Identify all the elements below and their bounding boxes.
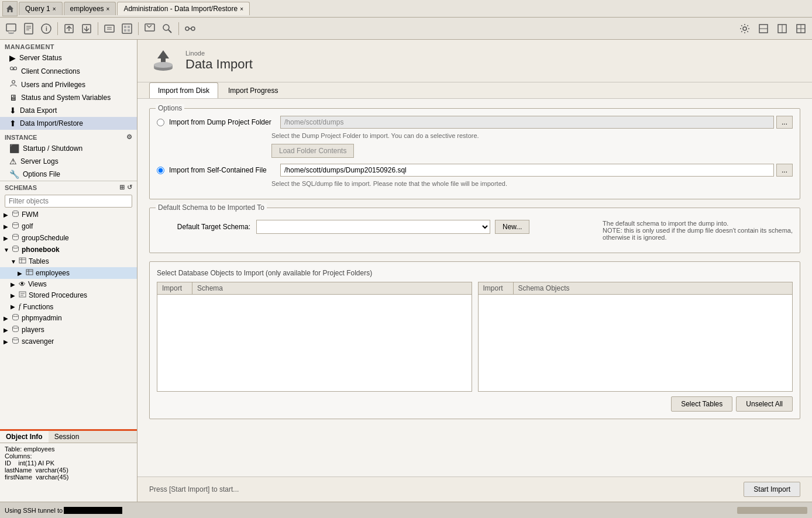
toolbar-btn-3[interactable]: i <box>38 20 54 37</box>
tree-item-functions[interactable]: ▶ f Functions <box>0 301 137 312</box>
tab-query1[interactable]: Query 1 × <box>19 2 63 15</box>
settings-btn[interactable] <box>737 20 753 37</box>
self-contained-radio[interactable] <box>157 167 164 174</box>
home-tab[interactable] <box>2 1 18 16</box>
panel-title: Data Import <box>185 57 253 72</box>
func-icon: f <box>19 302 20 311</box>
tab-import-progress[interactable]: Import Progress <box>219 82 287 98</box>
left-col-schema: Schema <box>192 282 472 294</box>
schema-note: The default schema to import the dump in… <box>603 220 793 241</box>
toolbar-btn-4[interactable] <box>61 20 77 37</box>
svg-point-38 <box>12 81 15 84</box>
tab-employees[interactable]: employees × <box>64 2 116 15</box>
self-contained-path[interactable] <box>280 164 774 177</box>
tree-item-views[interactable]: ▶ 👁 Views <box>0 279 137 289</box>
objects-section: Select Database Objects to Import (only … <box>149 261 800 419</box>
svg-rect-16 <box>122 24 132 33</box>
svg-marker-55 <box>157 50 169 63</box>
right-col-schema-objects: Schema Objects <box>514 282 793 294</box>
tree-item-employees[interactable]: ▶ employees <box>0 267 137 279</box>
close-tab-query1[interactable]: × <box>53 6 56 12</box>
close-tab-data-import[interactable]: × <box>240 6 243 12</box>
svg-point-22 <box>163 25 169 30</box>
toolbar-btn-2[interactable] <box>20 20 37 37</box>
sidebar-item-status[interactable]: 🖥 Status and System Variables <box>0 91 137 104</box>
db-icon <box>12 325 19 334</box>
toolbar-separator-2 <box>98 22 98 35</box>
sidebar-item-options[interactable]: 🔧 Options File <box>0 168 137 181</box>
views-icon: 👁 <box>19 280 26 288</box>
layout-btn-1[interactable] <box>755 20 772 37</box>
tree-item-groupschedule[interactable]: ▶ groupSchedule <box>0 232 137 244</box>
tree-item-players[interactable]: ▶ players <box>0 324 137 336</box>
layout-btn-2[interactable] <box>774 20 790 37</box>
new-schema-btn[interactable]: New... <box>495 220 529 234</box>
tree-item-tables[interactable]: ▼ Tables <box>0 255 137 267</box>
sidebar-item-users[interactable]: Users and Privileges <box>0 78 137 91</box>
tab-session[interactable]: Session <box>49 431 85 443</box>
tab-import-from-disk[interactable]: Import from Disk <box>149 82 218 98</box>
svg-point-39 <box>13 211 19 213</box>
self-contained-label: Import from Self-Contained File <box>169 166 274 174</box>
schema-search-input[interactable] <box>5 195 132 208</box>
sidebar-item-import[interactable]: ⬆ Data Import/Restore <box>0 117 137 130</box>
status-icon: 🖥 <box>9 93 18 102</box>
toolbar-btn-6[interactable] <box>101 20 118 37</box>
logs-icon: ⚠ <box>9 157 17 166</box>
dump-folder-browse-btn[interactable]: ... <box>776 116 793 129</box>
svg-point-36 <box>14 67 17 70</box>
chevron-icon: ▶ <box>18 270 23 277</box>
toolbar-btn-5[interactable] <box>78 20 95 37</box>
export-icon: ⬇ <box>9 106 16 115</box>
sidebar-item-export[interactable]: ⬇ Data Export <box>0 104 137 117</box>
dump-folder-helper: Select the Dump Project Folder to import… <box>271 132 793 139</box>
dump-folder-path[interactable] <box>280 116 774 129</box>
tree-item-phonebook[interactable]: ▼ phonebook <box>0 244 137 255</box>
chevron-icon: ▶ <box>4 223 9 230</box>
start-import-btn[interactable]: Start Import <box>744 482 800 497</box>
chevron-icon: ▶ <box>4 212 9 218</box>
schema-expand-icon[interactable]: ⊞ <box>119 184 125 191</box>
self-contained-row: Import from Self-Contained File ... <box>157 164 793 177</box>
sidebar-item-client-connections[interactable]: Client Connections <box>0 64 137 78</box>
svg-point-54 <box>13 338 19 340</box>
options-section: Options Import from Dump Project Folder … <box>149 108 800 199</box>
schemas-title: SCHEMAS <box>5 184 37 191</box>
chevron-icon: ▶ <box>11 303 16 310</box>
sidebar-item-logs[interactable]: ⚠ Server Logs <box>0 155 137 168</box>
default-schema-select[interactable] <box>256 220 490 234</box>
layout-btn-3[interactable] <box>793 20 809 37</box>
tree-item-fwm[interactable]: ▶ FWM <box>0 209 137 220</box>
tree-item-phpmyadmin[interactable]: ▶ phpmyadmin <box>0 312 137 324</box>
close-tab-employees[interactable]: × <box>106 6 110 12</box>
instance-icon-1[interactable]: ⚙ <box>126 133 132 141</box>
svg-point-53 <box>13 326 19 329</box>
toolbar-btn-8[interactable] <box>142 20 158 37</box>
schema-refresh-icon[interactable]: ↺ <box>127 184 132 191</box>
unselect-all-btn[interactable]: Unselect All <box>736 396 793 412</box>
tab-object-info[interactable]: Object Info <box>0 431 49 443</box>
sidebar-item-startup[interactable]: ⬛ Startup / Shutdown <box>0 142 137 155</box>
status-progress <box>737 507 807 514</box>
chevron-icon: ▶ <box>4 339 9 345</box>
toolbar-separator-4 <box>178 22 179 35</box>
toolbar-btn-9[interactable] <box>159 20 176 37</box>
svg-point-42 <box>13 246 19 248</box>
svg-rect-18 <box>128 26 130 28</box>
toolbar-btn-10[interactable] <box>182 20 198 37</box>
toolbar-btn-1[interactable] <box>3 20 19 37</box>
toolbar-btn-7[interactable] <box>119 20 135 37</box>
load-folder-btn[interactable]: Load Folder Contents <box>271 144 354 158</box>
tab-data-import[interactable]: Administration - Data Import/Restore × <box>117 2 250 15</box>
self-contained-browse-btn[interactable]: ... <box>776 164 793 177</box>
select-tables-btn[interactable]: Select Tables <box>671 396 732 412</box>
svg-rect-46 <box>26 270 33 275</box>
server-status-icon: ▶ <box>9 53 16 63</box>
sidebar-item-server-status[interactable]: ▶ Server Status <box>0 51 137 64</box>
tree-item-scavenger[interactable]: ▶ scavenger <box>0 336 137 347</box>
action-bar: Press [Start Import] to start... Start I… <box>137 476 812 502</box>
dump-folder-radio[interactable] <box>157 119 164 126</box>
status-text: Using SSH tunnel to <box>5 507 63 514</box>
tree-item-golf[interactable]: ▶ golf <box>0 220 137 232</box>
tree-item-stored-procedures[interactable]: ▶ Stored Procedures <box>0 289 137 301</box>
